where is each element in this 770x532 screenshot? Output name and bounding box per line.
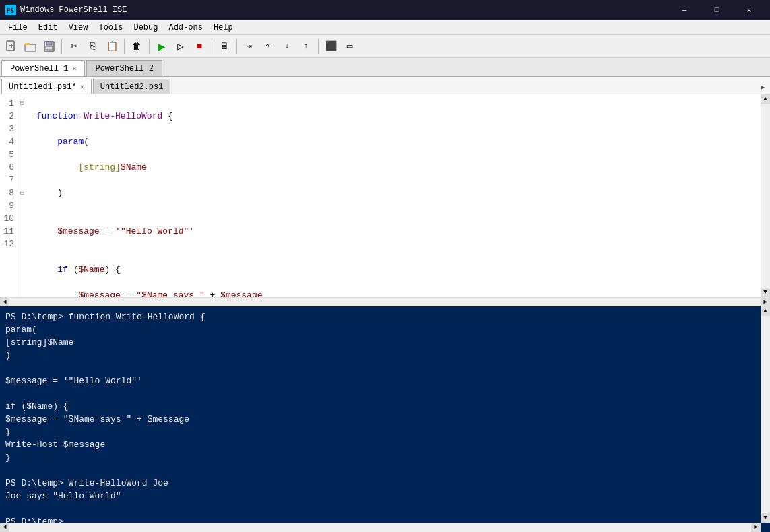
editor-hscroll: ◄ ► xyxy=(0,297,770,306)
hscroll-left[interactable]: ◄ xyxy=(0,298,9,307)
svg-rect-10 xyxy=(46,46,53,50)
svg-text:PS: PS xyxy=(7,7,14,14)
panel-tab-powershell2[interactable]: PowerShell 2 xyxy=(86,60,162,76)
menu-edit[interactable]: Edit xyxy=(33,22,63,34)
line-num-5: 5 xyxy=(3,148,14,161)
toolbar-step-over[interactable]: ↷ xyxy=(259,38,277,55)
menu-view[interactable]: View xyxy=(63,22,94,34)
menu-help[interactable]: Help xyxy=(208,22,238,34)
toolbar-sep2 xyxy=(124,39,125,54)
code-line-6: $message = '"Hello World"' xyxy=(36,225,755,238)
code-line-8: if ($Name) { xyxy=(36,263,755,276)
console-line-14: PS D:\temp> Write-HelloWord Joe xyxy=(5,477,755,490)
toolbar-pane-increase[interactable]: ⬛ xyxy=(322,38,340,55)
line-num-6: 6 xyxy=(3,161,14,174)
code-content[interactable]: function Write-HelloWord { param( [strin… xyxy=(31,94,761,297)
code-line-3: [string]$Name xyxy=(36,161,755,174)
line-num-9: 9 xyxy=(3,199,14,212)
toolbar-new-remote[interactable]: 🖥 xyxy=(216,38,233,55)
toolbar-pane-decrease[interactable]: ▭ xyxy=(341,38,358,55)
line-num-2: 2 xyxy=(3,110,14,123)
panel-tab-powershell1[interactable]: PowerShell 1 ✕ xyxy=(1,60,85,76)
toolbar-new[interactable] xyxy=(3,38,20,55)
svg-rect-7 xyxy=(25,43,30,45)
app-icon: PS xyxy=(5,5,16,15)
editor-section: Untitled1.ps1* ✕ Untitled2.ps1 ▸ 1 2 3 4… xyxy=(0,77,770,306)
vscroll-down[interactable]: ▼ xyxy=(761,288,770,297)
code-editor[interactable]: 1 2 3 4 5 6 7 8 9 10 11 12 ⊟ xyxy=(0,94,770,297)
maximize-button[interactable]: □ xyxy=(701,0,732,20)
title-bar: PS Windows PowerShell ISE — □ ✕ xyxy=(0,0,770,20)
toolbar-sep1 xyxy=(61,39,62,54)
minimize-button[interactable]: — xyxy=(669,0,700,20)
menu-file[interactable]: File xyxy=(3,22,33,34)
menu-tools[interactable]: Tools xyxy=(93,22,128,34)
toolbar-step-into[interactable]: ↓ xyxy=(278,38,296,55)
console-line-15: Joe says "Hello World" xyxy=(5,490,755,502)
toolbar-paste[interactable]: 📋 xyxy=(103,38,121,55)
toolbar-step-out[interactable]: ↑ xyxy=(297,38,315,55)
toolbar-open[interactable] xyxy=(22,38,39,55)
toolbar-run[interactable]: ▶ xyxy=(153,38,170,55)
line-num-12: 12 xyxy=(3,238,14,251)
console-vscroll-down[interactable]: ▼ xyxy=(761,513,770,523)
svg-rect-6 xyxy=(25,44,36,51)
panel-tab-close-1[interactable]: ✕ xyxy=(72,65,76,73)
toolbar-cut[interactable]: ✂ xyxy=(65,38,83,55)
toolbar: ✂ ⎘ 📋 🗑 ▶ ▷ ■ 🖥 ⇥ ↷ ↓ ↑ ⬛ ▭ xyxy=(0,35,770,58)
console-hscroll-track xyxy=(9,523,751,532)
menu-debug[interactable]: Debug xyxy=(128,22,163,34)
hscroll-track xyxy=(9,298,761,307)
editor-tab-close-1[interactable]: ✕ xyxy=(80,83,84,91)
toolbar-clear[interactable]: 🗑 xyxy=(128,38,146,55)
editor-tabs: Untitled1.ps1* ✕ Untitled2.ps1 ▸ xyxy=(0,77,770,94)
toolbar-copy[interactable]: ⎘ xyxy=(84,38,102,55)
code-line-9: $message = "$Name says " + $message xyxy=(36,289,755,297)
console-area[interactable]: PS D:\temp> function Write-HelloWord { p… xyxy=(0,306,770,532)
editor-tab-untitled1[interactable]: Untitled1.ps1* ✕ xyxy=(1,79,92,94)
console-line-4: ) xyxy=(5,349,755,362)
console-hscroll: ◄ ► xyxy=(0,523,761,532)
toolbar-save[interactable] xyxy=(40,38,58,55)
console-hscroll-right[interactable]: ► xyxy=(751,523,761,532)
editor-tab-untitled2[interactable]: Untitled2.ps1 xyxy=(93,79,171,94)
main-layout: Untitled1.ps1* ✕ Untitled2.ps1 ▸ 1 2 3 4… xyxy=(0,77,770,532)
console-line-11: Write-Host $message xyxy=(5,438,755,451)
line-num-1: 1 xyxy=(3,97,14,110)
console-section: PS D:\temp> function Write-HelloWord { p… xyxy=(0,306,770,532)
console-vscroll-up[interactable]: ▲ xyxy=(761,306,770,316)
toolbar-run-selection[interactable]: ▷ xyxy=(172,38,189,55)
vscroll-up[interactable]: ▲ xyxy=(761,94,770,104)
close-button[interactable]: ✕ xyxy=(734,0,765,20)
line-num-3: 3 xyxy=(3,123,14,135)
editor-vscroll[interactable]: ▲ ▼ xyxy=(761,94,770,297)
line-num-4: 4 xyxy=(3,135,14,148)
svg-rect-9 xyxy=(46,42,52,45)
console-line-12: } xyxy=(5,451,755,464)
tab-scroll-right[interactable]: ▸ xyxy=(757,80,769,94)
toolbar-sep3 xyxy=(149,39,150,54)
line-numbers: 1 2 3 4 5 6 7 8 9 10 11 12 xyxy=(0,94,20,297)
code-line-1: function Write-HelloWord { xyxy=(36,110,755,123)
console-line-7 xyxy=(5,387,755,400)
toolbar-sep5 xyxy=(236,39,237,54)
console-line-16 xyxy=(5,502,755,515)
panel-tabs: PowerShell 1 ✕ PowerShell 2 xyxy=(0,58,770,77)
line-num-10: 10 xyxy=(3,212,14,225)
title-left: PS Windows PowerShell ISE xyxy=(5,5,127,15)
menu-addons[interactable]: Add-ons xyxy=(163,22,207,34)
console-line-13 xyxy=(5,464,755,477)
toolbar-stop[interactable]: ■ xyxy=(191,38,208,55)
collapse-8[interactable]: ⊟ xyxy=(20,187,31,199)
console-hscroll-left[interactable]: ◄ xyxy=(0,523,9,532)
menu-bar: File Edit View Tools Debug Add-ons Help xyxy=(0,20,770,35)
editor-tab-scroll: ▸ xyxy=(757,80,769,94)
collapse-column: ⊟ ⊟ xyxy=(20,94,31,297)
toolbar-debug-start[interactable]: ⇥ xyxy=(240,38,258,55)
console-line-10: } xyxy=(5,426,755,438)
hscroll-right[interactable]: ► xyxy=(761,298,770,307)
console-line-3: [string]$Name xyxy=(5,336,755,349)
window-controls: — □ ✕ xyxy=(669,0,765,20)
collapse-1[interactable]: ⊟ xyxy=(20,97,31,110)
console-line-8: if ($Name) { xyxy=(5,400,755,413)
